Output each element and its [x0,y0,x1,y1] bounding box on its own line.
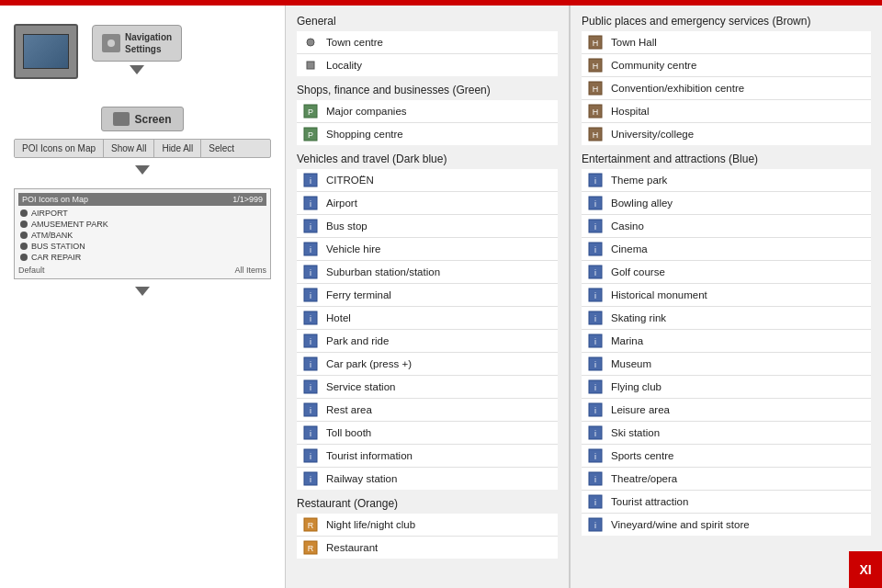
mid-poi-item-2-11[interactable]: iToll booth [297,422,558,445]
right-poi-item-0-0[interactable]: HTown Hall [582,31,871,54]
right-poi-icon-1-10: i [587,401,604,418]
mid-poi-item-2-5[interactable]: iFerry terminal [297,284,558,307]
screen-button[interactable]: Screen [101,107,183,131]
screen-block: Screen POI Icons on Map Show All Hide Al… [14,107,271,175]
mid-poi-item-2-8[interactable]: iCar park (press +) [297,353,558,376]
right-section-group-0: HTown HallHCommunity centreHConvention/e… [582,31,871,145]
right-poi-item-1-10[interactable]: iLeisure area [582,399,871,422]
right-poi-item-1-6[interactable]: iSkating rink [582,307,871,330]
svg-text:i: i [594,452,596,461]
poi-preview-row-3: BUS STATION [18,241,266,252]
right-poi-item-0-2[interactable]: HConvention/exhibition centre [582,77,871,100]
right-poi-item-1-11[interactable]: iSki station [582,422,871,445]
right-poi-item-1-5[interactable]: iHistorical monument [582,284,871,307]
mid-poi-icon-3-1: R [302,539,319,556]
mid-poi-item-2-7[interactable]: iPark and ride [297,330,558,353]
mid-poi-icon-2-4: i [302,264,319,280]
right-poi-icon-1-5: i [587,287,604,303]
right-poi-item-0-1[interactable]: HCommunity centre [582,54,871,77]
mid-poi-icon-2-3: i [302,241,319,257]
mid-poi-icon-0-0 [302,34,319,51]
right-poi-icon-1-9: i [587,379,604,395]
mid-poi-item-2-3[interactable]: iVehicle hire [297,238,558,261]
mid-poi-item-1-1[interactable]: PShopping centre [297,123,558,145]
mid-poi-item-2-6[interactable]: iHotel [297,307,558,330]
right-poi-icon-1-13: i [587,470,604,487]
mid-poi-item-2-10[interactable]: iRest area [297,399,558,422]
right-poi-icon-1-15: i [587,516,604,533]
svg-text:i: i [594,222,596,232]
right-poi-label-0-2: Convention/exhibition centre [611,83,865,94]
right-poi-item-1-3[interactable]: iCinema [582,238,871,261]
right-poi-item-0-4[interactable]: HUniversity/college [582,123,871,145]
mid-poi-item-2-12[interactable]: iTourist information [297,445,558,468]
mid-poi-label-0-0: Town centre [326,37,552,48]
arrow-down-2 [135,165,150,175]
mid-poi-item-2-13[interactable]: iRailway station [297,468,558,490]
poi-toolbar-show-all[interactable]: Show All [104,140,154,157]
mid-poi-icon-2-1: i [302,195,319,211]
mid-poi-icon-2-10: i [302,401,319,418]
mid-section-group-1: PMajor companiesPShopping centre [297,100,558,145]
right-poi-item-1-4[interactable]: iGolf course [582,261,871,284]
poi-toolbar-poi-icons[interactable]: POI Icons on Map [15,140,104,157]
right-poi-item-1-9[interactable]: iFlying club [582,376,871,399]
mid-poi-item-3-1[interactable]: RRestaurant [297,537,558,559]
poi-toolbar-select[interactable]: Select [201,140,242,157]
mid-poi-icon-2-13: i [302,470,319,487]
mid-poi-label-2-7: Park and ride [326,335,552,346]
right-poi-icon-0-0: H [587,34,604,51]
svg-text:i: i [594,383,596,392]
poi-preview-footer: Default All Items [18,266,266,275]
mid-poi-item-3-0[interactable]: RNight life/night club [297,514,558,537]
poi-preview-header: POI Icons on Map 1/1>999 [18,193,266,206]
mid-poi-item-1-0[interactable]: PMajor companies [297,100,558,123]
svg-text:P: P [308,130,313,140]
right-poi-item-1-1[interactable]: iBowling alley [582,192,871,215]
right-poi-label-1-5: Historical monument [611,289,865,300]
mid-poi-label-1-0: Major companies [326,106,552,117]
mid-section-group-0: Town centreLocality [297,31,558,76]
svg-text:i: i [310,383,311,392]
right-poi-icon-1-4: i [587,264,604,280]
mid-section-title-1: Shops, finance and businesses (Green) [297,84,558,96]
right-poi-item-1-14[interactable]: iTourist attraction [582,491,871,514]
mid-poi-item-2-4[interactable]: iSuburban station/station [297,261,558,284]
poi-toolbar: POI Icons on Map Show All Hide All Selec… [14,139,271,158]
right-poi-item-1-8[interactable]: iMuseum [582,353,871,376]
mid-poi-item-0-0[interactable]: Town centre [297,31,558,54]
mid-poi-label-2-6: Hotel [326,312,552,323]
right-poi-label-0-4: University/college [611,129,865,140]
mid-poi-item-2-0[interactable]: iCITROËN [297,169,558,192]
mid-poi-item-2-1[interactable]: iAirport [297,192,558,215]
right-poi-item-1-15[interactable]: iVineyard/wine and spirit store [582,514,871,536]
right-poi-item-1-7[interactable]: iMarina [582,330,871,353]
right-poi-label-0-3: Hospital [611,106,865,117]
mid-poi-label-2-10: Rest area [326,404,552,415]
right-poi-label-1-0: Theme park [611,175,865,186]
mid-poi-item-0-1[interactable]: Locality [297,54,558,76]
right-column: Public places and emergency services (Br… [570,6,882,588]
right-poi-item-0-3[interactable]: HHospital [582,100,871,123]
mid-poi-icon-2-11: i [302,424,319,441]
mid-poi-icon-3-0: R [302,516,319,533]
right-section-group-1: iTheme parkiBowling alleyiCasinoiCinemai… [582,169,871,536]
mid-poi-icon-2-6: i [302,310,319,326]
right-poi-item-1-12[interactable]: iSports centre [582,445,871,468]
mid-poi-label-2-13: Railway station [326,473,552,484]
screen-icon [113,112,130,126]
poi-preview-dot-3 [20,243,28,250]
mid-section-group-3: RNight life/night clubRRestaurant [297,514,558,559]
right-poi-item-1-0[interactable]: iTheme park [582,169,871,192]
svg-text:P: P [308,107,313,117]
mid-poi-item-2-2[interactable]: iBus stop [297,215,558,238]
mid-poi-item-2-9[interactable]: iService station [297,376,558,399]
right-poi-item-1-13[interactable]: iTheatre/opera [582,468,871,491]
svg-rect-2 [307,62,314,69]
poi-toolbar-hide-all[interactable]: Hide All [154,140,201,157]
poi-preview-dot-1 [20,220,28,228]
svg-text:i: i [594,268,596,277]
mid-poi-icon-0-1 [302,57,319,74]
right-poi-item-1-2[interactable]: iCasino [582,215,871,238]
nav-settings-button[interactable]: NavigationSettings [92,25,182,62]
